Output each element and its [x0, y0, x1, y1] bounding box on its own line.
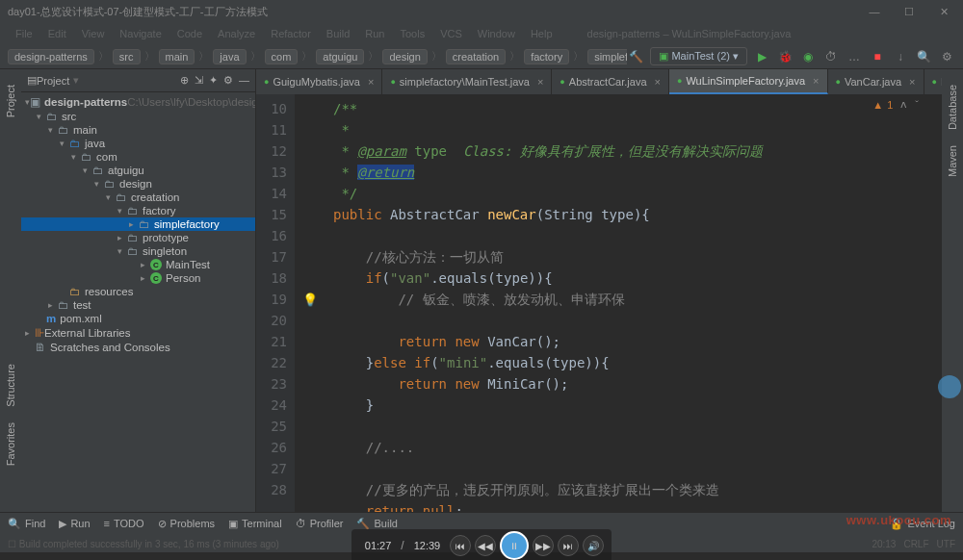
- menu-run[interactable]: Run: [357, 28, 392, 39]
- menu-code[interactable]: Code: [169, 28, 210, 39]
- tab-2[interactable]: ●AbstractCar.java×: [552, 69, 669, 94]
- prev-icon[interactable]: ʌ: [900, 98, 907, 111]
- tree-extlib[interactable]: ▸⊪ External Libraries: [21, 325, 255, 341]
- watermark: www.ukoou.com: [846, 513, 951, 527]
- settings-icon[interactable]: ⚙: [938, 48, 955, 65]
- bb-build[interactable]: 🔨 Build: [356, 518, 397, 530]
- menu-edit[interactable]: Edit: [40, 28, 74, 39]
- collapse-icon[interactable]: ✦: [209, 74, 218, 87]
- run-config-combo[interactable]: ▣ MainTest (2) ▾: [650, 47, 747, 65]
- menu-build[interactable]: Build: [319, 28, 357, 39]
- coverage-icon[interactable]: ◉: [799, 48, 817, 65]
- close-icon[interactable]: ×: [537, 76, 543, 88]
- line-sep[interactable]: CRLF: [903, 539, 928, 549]
- crumb-9[interactable]: simplefactory: [587, 49, 627, 64]
- tree-person[interactable]: ▸CPerson: [21, 271, 255, 285]
- tree-main[interactable]: ▾🗀main: [21, 123, 255, 137]
- encoding[interactable]: UTF: [937, 539, 955, 549]
- vcs-update-icon[interactable]: ↓: [892, 48, 909, 65]
- bb-run[interactable]: ▶ Run: [59, 518, 90, 530]
- tree-resources[interactable]: 🗀resources: [21, 285, 255, 298]
- window-title: day01-总览设计模式-07-创建型模式-工厂-工厂方法模式: [8, 5, 268, 19]
- tree-atguigu[interactable]: ▾🗀atguigu: [21, 164, 255, 177]
- bb-terminal[interactable]: ▣ Terminal: [228, 518, 282, 530]
- crumb-1[interactable]: src: [113, 49, 141, 64]
- crumb-3[interactable]: java: [213, 49, 246, 64]
- close-icon[interactable]: ×: [909, 76, 915, 88]
- tree-simplefactory[interactable]: ▸🗀simplefactory: [21, 217, 255, 231]
- left-tab-favorites[interactable]: Favorites: [3, 415, 18, 473]
- tab-5[interactable]: ●MiniCar.java×: [924, 69, 943, 94]
- crumb-8[interactable]: factory: [524, 49, 569, 64]
- close-icon[interactable]: ×: [655, 76, 661, 88]
- menu-window[interactable]: Window: [470, 28, 523, 39]
- attach-icon[interactable]: …: [846, 48, 863, 65]
- intention-bulb-icon[interactable]: 💡: [302, 293, 318, 307]
- tree-design[interactable]: ▾🗀design: [21, 177, 255, 191]
- close-icon[interactable]: ×: [368, 76, 374, 88]
- close-icon[interactable]: ×: [813, 75, 819, 87]
- right-tab-database[interactable]: Database: [945, 77, 960, 138]
- run-icon[interactable]: ▶: [753, 48, 770, 65]
- crumb-5[interactable]: atguigu: [316, 49, 364, 64]
- crumb-0[interactable]: design-patterns: [8, 49, 94, 64]
- tree-java[interactable]: ▾🗀java: [21, 137, 255, 150]
- menu-analyze[interactable]: Analyze: [210, 28, 263, 39]
- hammer-icon[interactable]: 🔨: [627, 48, 644, 65]
- menu-view[interactable]: View: [74, 28, 113, 39]
- tab-1[interactable]: ●simplefactory\MainTest.java×: [382, 69, 552, 94]
- tree-prototype[interactable]: ▸🗀prototype: [21, 231, 255, 244]
- tree-test[interactable]: ▸🗀test: [21, 298, 255, 312]
- search-icon[interactable]: 🔍: [915, 48, 932, 65]
- next-icon[interactable]: ˇ: [915, 99, 919, 111]
- profile-icon[interactable]: ⏱: [822, 48, 840, 65]
- stop-icon[interactable]: ■: [869, 48, 886, 65]
- breadcrumb[interactable]: design-patterns〉 src〉 main〉 java〉 com〉 a…: [8, 49, 627, 64]
- right-tab-maven[interactable]: Maven: [945, 138, 960, 185]
- tree-com[interactable]: ▾🗀com: [21, 150, 255, 164]
- tree-pom[interactable]: mpom.xml: [21, 312, 255, 325]
- debug-icon[interactable]: 🐞: [776, 48, 794, 65]
- crumb-6[interactable]: design: [382, 49, 427, 64]
- crumb-2[interactable]: main: [159, 49, 195, 64]
- tree-singleton[interactable]: ▾🗀singleton: [21, 244, 255, 258]
- tree-src[interactable]: ▾🗀src: [21, 110, 255, 123]
- left-tab-project[interactable]: Project: [3, 77, 18, 125]
- project-panel-icon: ▤: [27, 74, 37, 87]
- bb-todo[interactable]: ≡ TODO: [104, 518, 144, 529]
- tree-scratches[interactable]: 🗎Scratches and Consoles: [21, 341, 255, 354]
- tab-0[interactable]: ●GuiguMybatis.java×: [256, 69, 382, 94]
- expand-icon[interactable]: ⇲: [195, 74, 203, 87]
- left-tab-structure[interactable]: Structure: [3, 356, 18, 415]
- select-opened-icon[interactable]: ⊕: [180, 74, 189, 87]
- code-editor[interactable]: /** * * @param type Class: 好像具有扩展性，但是没有解…: [295, 94, 942, 512]
- bb-profiler[interactable]: ⏱ Profiler: [296, 518, 344, 529]
- menu-navigate[interactable]: Navigate: [112, 28, 169, 39]
- tree-maintest[interactable]: ▸CMainTest: [21, 258, 255, 271]
- menu-tools[interactable]: Tools: [392, 28, 432, 39]
- tree-creatation[interactable]: ▾🗀creatation: [21, 191, 255, 204]
- inspection-badge[interactable]: ▲1 ʌˇ: [872, 98, 919, 111]
- crumb-7[interactable]: creatation: [446, 49, 506, 64]
- crumb-4[interactable]: com: [265, 49, 299, 64]
- menu-vcs[interactable]: VCS: [432, 28, 470, 39]
- gear-icon[interactable]: ⚙: [223, 74, 233, 87]
- bb-find[interactable]: 🔍 Find: [8, 518, 45, 530]
- project-tree[interactable]: ▾▣design-patterns C:\Users\lfy\Desktop\d…: [21, 92, 255, 512]
- status-text: ☐ Build completed successfully in 3 sec,…: [8, 539, 279, 549]
- menu-help[interactable]: Help: [523, 28, 560, 39]
- maximize-button[interactable]: ☐: [898, 6, 921, 18]
- editor-tabs[interactable]: ●GuiguMybatis.java× ●simplefactory\MainT…: [256, 69, 942, 94]
- minimize-button[interactable]: —: [863, 6, 886, 18]
- hide-icon[interactable]: —: [239, 74, 249, 87]
- tab-3[interactable]: ●WuLinSimpleFactory.java×: [669, 69, 828, 94]
- close-button[interactable]: ✕: [932, 6, 955, 18]
- menu-file[interactable]: File: [8, 28, 40, 39]
- floating-bubble[interactable]: [938, 375, 961, 398]
- tree-root[interactable]: ▾▣design-patterns C:\Users\lfy\Desktop\d…: [21, 94, 255, 110]
- gutter: 10 11 12 13 14 15 16 17 18 19 20 21 22 2…: [256, 94, 295, 512]
- tree-factory[interactable]: ▾🗀factory: [21, 204, 255, 217]
- menu-refactor[interactable]: Refactor: [263, 28, 319, 39]
- tab-4[interactable]: ●VanCar.java×: [828, 69, 924, 94]
- bb-problems[interactable]: ⊘ Problems: [158, 518, 215, 530]
